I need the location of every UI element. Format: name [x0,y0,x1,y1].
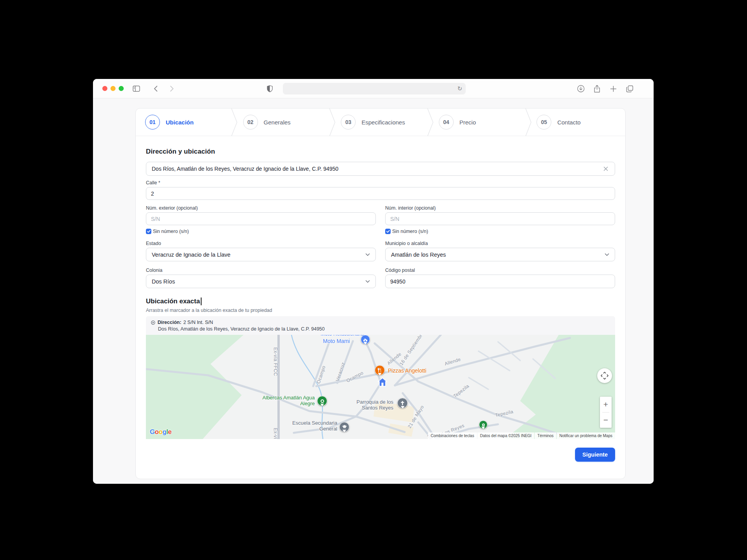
poi-label-parroquia: Parroquia de los Santos Reyes [351,399,393,411]
street-label: Ex-vía FFCC [273,428,278,439]
step-generales[interactable]: 02 Generales [234,108,332,136]
step-number: 04 [439,115,454,130]
clear-address-icon[interactable] [602,165,609,172]
num-exterior-label: Núm. exterior (opcional) [146,205,376,211]
summary-line2: Dos Ríos, Amatlán de los Reyes, Veracruz… [158,326,610,332]
municipio-select[interactable]: Amatlán de los Reyes [385,248,615,261]
street-label: Ex-vía FFCC [273,347,278,376]
num-interior-input[interactable] [385,212,615,225]
zoom-in-button[interactable]: + [600,397,612,412]
estado-value: Veracruz de Ignacio de la Llave [152,252,230,258]
zoom-traffic-button[interactable] [119,86,124,91]
codigo-postal-label: Código postal [385,268,615,273]
location-target-icon [151,320,156,325]
listing-form-card: 01 Ubicación 02 Generales 03 Especificac… [135,108,626,479]
summary-line1: 2 S/N Int. S/N [183,320,213,325]
codigo-postal-input[interactable] [385,275,615,288]
poi-label-albercas: Albercas Amatlán Agua Alegre [260,395,315,407]
step-ubicacion[interactable]: 01 Ubicación [136,108,234,136]
step-especificaciones[interactable]: 03 Especificaciones [331,108,430,136]
calle-input[interactable] [146,187,615,200]
step-number: 02 [243,115,258,130]
sidebar-toggle-icon[interactable] [132,84,140,93]
report-problem-link[interactable]: Notificar un problema de Maps [557,432,615,439]
summary-label: Dirección: [158,320,181,325]
wizard-stepper: 01 Ubicación 02 Generales 03 Especificac… [136,108,625,136]
municipio-label: Municipio o alcaldía [385,241,615,246]
address-search-input[interactable] [152,166,602,172]
sin-numero-int-label: Sin número (s/n) [392,229,428,234]
address-bar[interactable]: ↻ [283,83,466,94]
google-map[interactable]: Ex-vía FFCC Ex-vía FFCC Ocampo Veracruz … [146,335,615,439]
swimming-pool-marker-icon [317,396,327,406]
section-title: Dirección y ubicación [146,148,615,156]
pan-control[interactable] [597,368,612,383]
num-exterior-input[interactable] [146,212,376,225]
step-label: Ubicación [166,119,194,126]
step-precio[interactable]: 04 Precio [430,108,528,136]
step-number: 01 [145,115,160,130]
map-attribution: Combinaciones de teclas Datos del mapa ©… [428,432,615,439]
step-label: Especificaciones [361,119,405,126]
chevron-down-icon [365,280,370,283]
share-icon[interactable] [593,84,601,93]
browser-window: ↻ 01 Ubicación 02 Generales [93,79,654,484]
step-contacto[interactable]: 05 Contacto [527,108,625,136]
chevron-down-icon [365,253,370,256]
forward-icon[interactable] [168,84,176,93]
reload-icon[interactable]: ↻ [457,85,462,92]
privacy-shield-icon[interactable] [265,84,274,93]
step-number: 05 [537,115,551,130]
downloads-icon[interactable] [577,84,585,93]
step-label: Contacto [557,119,580,126]
zoom-control: + − [600,397,612,428]
browser-toolbar: ↻ [93,79,654,98]
green-dot-marker-icon [479,420,487,429]
text-cursor [201,298,202,305]
tab-overview-icon[interactable] [625,84,634,93]
estado-select[interactable]: Veracruz de Ignacio de la Llave [146,248,376,261]
step-label: Precio [459,119,476,126]
colonia-value: Dos Ríos [152,278,175,285]
exact-location-subtitle: Arrastra el marcador a la ubicación exac… [146,308,615,313]
num-interior-label: Núm. interior (opcional) [385,205,615,211]
poi-label-pizzas-angelotti: Pizzas Angelotti [388,368,426,374]
home-marker-icon[interactable] [377,377,388,389]
sin-numero-int-checkbox[interactable] [385,229,391,234]
back-icon[interactable] [151,84,160,93]
estado-label: Estado [146,241,376,246]
school-marker-icon [339,422,349,432]
church-marker-icon [397,398,408,408]
siguiente-button[interactable]: Siguiente [575,448,615,462]
exact-location-title: Ubicación exacta [146,298,200,305]
address-search-field[interactable] [146,162,615,176]
google-logo[interactable]: Google [150,428,172,436]
chevron-down-icon [605,253,609,256]
colonia-label: Colonia [146,268,376,273]
terms-link[interactable]: Términos [535,432,556,439]
poi-label-escuela: Escuela Secundaria General [283,420,337,432]
step-number: 03 [341,115,356,130]
map-data-text: Datos del mapa ©2025 INEGI [477,432,534,439]
sin-numero-ext-label: Sin número (s/n) [153,229,189,234]
zoom-out-button[interactable]: − [600,413,612,428]
keyboard-shortcuts-link[interactable]: Combinaciones de teclas [428,432,477,439]
sin-numero-ext-checkbox[interactable] [146,229,151,234]
address-summary-box: Dirección: 2 S/N Int. S/N Dos Ríos, Amat… [146,316,615,335]
poi-label-moto-mami: Moto Mami [323,338,350,344]
calle-label: Calle * [146,180,615,186]
close-traffic-button[interactable] [102,86,107,91]
restaurant-marker-icon [375,365,385,375]
colonia-select[interactable]: Dos Ríos [146,275,376,288]
new-tab-icon[interactable] [609,84,617,93]
motorcycle-marker-icon [361,335,370,344]
page-background: 01 Ubicación 02 Generales 03 Especificac… [93,98,654,484]
step-label: Generales [264,119,291,126]
minimize-traffic-button[interactable] [110,86,116,91]
municipio-value: Amatlán de los Reyes [391,252,446,258]
